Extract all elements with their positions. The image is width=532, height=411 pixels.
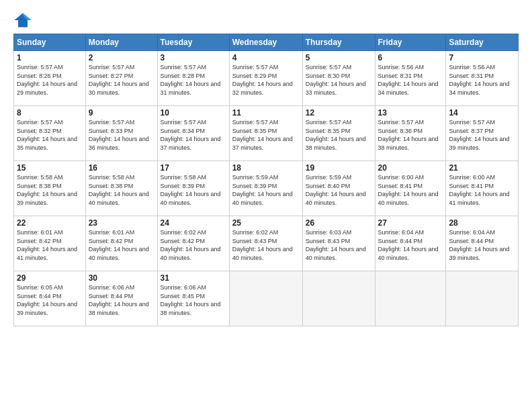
day-number: 1 — [17, 53, 83, 62]
day-number: 25 — [232, 218, 300, 228]
weekday-header-thursday: Thursday — [302, 34, 375, 51]
calendar-cell: 10Sunrise: 5:57 AM Sunset: 8:34 PM Dayli… — [157, 106, 229, 161]
day-info: Sunrise: 5:59 AM Sunset: 8:40 PM Dayligh… — [306, 173, 372, 207]
day-number: 8 — [17, 108, 83, 118]
calendar-cell: 13Sunrise: 5:57 AM Sunset: 8:36 PM Dayli… — [375, 106, 446, 161]
day-info: Sunrise: 5:57 AM Sunset: 8:27 PM Dayligh… — [89, 63, 154, 97]
day-number: 17 — [161, 163, 226, 173]
day-info: Sunrise: 6:01 AM Sunset: 8:42 PM Dayligh… — [17, 228, 83, 262]
calendar-week-1: 1Sunrise: 5:57 AM Sunset: 8:26 PM Daylig… — [14, 51, 519, 106]
day-number: 2 — [89, 53, 154, 62]
day-number: 4 — [232, 53, 300, 62]
day-info: Sunrise: 5:57 AM Sunset: 8:28 PM Dayligh… — [161, 63, 226, 97]
weekday-header-tuesday: Tuesday — [157, 34, 229, 51]
day-info: Sunrise: 5:57 AM Sunset: 8:34 PM Dayligh… — [161, 118, 226, 152]
day-number: 11 — [232, 108, 300, 118]
calendar-cell: 28Sunrise: 6:04 AM Sunset: 8:44 PM Dayli… — [446, 216, 519, 271]
day-number: 7 — [449, 53, 515, 62]
day-info: Sunrise: 6:02 AM Sunset: 8:42 PM Dayligh… — [161, 228, 226, 262]
page: SundayMondayTuesdayWednesdayThursdayFrid… — [0, 0, 532, 333]
calendar-week-3: 15Sunrise: 5:58 AM Sunset: 8:38 PM Dayli… — [14, 161, 519, 216]
weekday-header-monday: Monday — [85, 34, 157, 51]
calendar-cell: 14Sunrise: 5:57 AM Sunset: 8:37 PM Dayli… — [446, 106, 519, 161]
day-info: Sunrise: 6:06 AM Sunset: 8:45 PM Dayligh… — [161, 283, 226, 317]
day-info: Sunrise: 5:57 AM Sunset: 8:26 PM Dayligh… — [17, 63, 83, 97]
day-info: Sunrise: 5:57 AM Sunset: 8:35 PM Dayligh… — [232, 118, 300, 152]
day-info: Sunrise: 6:00 AM Sunset: 8:41 PM Dayligh… — [449, 173, 515, 207]
day-info: Sunrise: 5:56 AM Sunset: 8:31 PM Dayligh… — [449, 63, 515, 97]
calendar-cell: 31Sunrise: 6:06 AM Sunset: 8:45 PM Dayli… — [157, 271, 229, 326]
calendar-cell: 20Sunrise: 6:00 AM Sunset: 8:41 PM Dayli… — [375, 161, 446, 216]
calendar-cell: 9Sunrise: 5:57 AM Sunset: 8:33 PM Daylig… — [85, 106, 157, 161]
calendar-cell: 1Sunrise: 5:57 AM Sunset: 8:26 PM Daylig… — [14, 51, 86, 106]
day-info: Sunrise: 5:59 AM Sunset: 8:39 PM Dayligh… — [232, 173, 300, 207]
day-number: 23 — [89, 218, 154, 228]
weekday-header-friday: Friday — [375, 34, 446, 51]
day-number: 30 — [89, 273, 154, 283]
day-info: Sunrise: 5:57 AM Sunset: 8:30 PM Dayligh… — [306, 63, 372, 97]
calendar-cell — [375, 271, 446, 326]
day-info: Sunrise: 6:02 AM Sunset: 8:43 PM Dayligh… — [232, 228, 300, 262]
calendar-cell: 7Sunrise: 5:56 AM Sunset: 8:31 PM Daylig… — [446, 51, 519, 106]
calendar-week-5: 29Sunrise: 6:05 AM Sunset: 8:44 PM Dayli… — [14, 271, 519, 326]
day-number: 9 — [89, 108, 154, 118]
day-number: 22 — [17, 218, 83, 228]
day-info: Sunrise: 5:57 AM Sunset: 8:33 PM Dayligh… — [89, 118, 154, 152]
day-number: 29 — [17, 273, 83, 283]
calendar-cell: 29Sunrise: 6:05 AM Sunset: 8:44 PM Dayli… — [14, 271, 86, 326]
calendar-cell: 8Sunrise: 5:57 AM Sunset: 8:32 PM Daylig… — [14, 106, 86, 161]
weekday-header-sunday: Sunday — [14, 34, 86, 51]
calendar-cell: 12Sunrise: 5:57 AM Sunset: 8:35 PM Dayli… — [302, 106, 375, 161]
day-info: Sunrise: 5:58 AM Sunset: 8:38 PM Dayligh… — [17, 173, 83, 207]
calendar-cell: 24Sunrise: 6:02 AM Sunset: 8:42 PM Dayli… — [157, 216, 229, 271]
day-number: 14 — [449, 108, 515, 118]
day-info: Sunrise: 5:57 AM Sunset: 8:37 PM Dayligh… — [449, 118, 515, 152]
calendar-cell: 25Sunrise: 6:02 AM Sunset: 8:43 PM Dayli… — [229, 216, 302, 271]
calendar-cell: 21Sunrise: 6:00 AM Sunset: 8:41 PM Dayli… — [446, 161, 519, 216]
calendar-cell: 30Sunrise: 6:06 AM Sunset: 8:44 PM Dayli… — [85, 271, 157, 326]
calendar-cell: 22Sunrise: 6:01 AM Sunset: 8:42 PM Dayli… — [14, 216, 86, 271]
day-number: 6 — [378, 53, 443, 62]
day-info: Sunrise: 5:57 AM Sunset: 8:36 PM Dayligh… — [378, 118, 443, 152]
day-number: 12 — [306, 108, 372, 118]
calendar-cell: 4Sunrise: 5:57 AM Sunset: 8:29 PM Daylig… — [229, 51, 302, 106]
calendar-cell: 18Sunrise: 5:59 AM Sunset: 8:39 PM Dayli… — [229, 161, 302, 216]
day-number: 10 — [161, 108, 226, 118]
calendar-cell — [229, 271, 302, 326]
day-info: Sunrise: 5:57 AM Sunset: 8:32 PM Dayligh… — [17, 118, 83, 152]
day-info: Sunrise: 6:01 AM Sunset: 8:42 PM Dayligh… — [89, 228, 154, 262]
calendar-cell: 5Sunrise: 5:57 AM Sunset: 8:30 PM Daylig… — [302, 51, 375, 106]
day-info: Sunrise: 6:05 AM Sunset: 8:44 PM Dayligh… — [17, 283, 83, 317]
calendar-table: SundayMondayTuesdayWednesdayThursdayFrid… — [13, 34, 519, 326]
calendar-cell: 27Sunrise: 6:04 AM Sunset: 8:44 PM Dayli… — [375, 216, 446, 271]
day-info: Sunrise: 5:58 AM Sunset: 8:39 PM Dayligh… — [161, 173, 226, 207]
day-number: 27 — [378, 218, 443, 228]
day-info: Sunrise: 5:57 AM Sunset: 8:29 PM Dayligh… — [232, 63, 300, 97]
day-info: Sunrise: 6:06 AM Sunset: 8:44 PM Dayligh… — [89, 283, 154, 317]
day-number: 18 — [232, 163, 300, 173]
day-number: 16 — [89, 163, 154, 173]
day-number: 28 — [449, 218, 515, 228]
logo — [13, 11, 35, 30]
day-info: Sunrise: 6:04 AM Sunset: 8:44 PM Dayligh… — [378, 228, 443, 262]
weekday-header-saturday: Saturday — [446, 34, 519, 51]
weekday-header-wednesday: Wednesday — [229, 34, 302, 51]
day-info: Sunrise: 5:56 AM Sunset: 8:31 PM Dayligh… — [378, 63, 443, 97]
day-number: 31 — [161, 273, 226, 283]
calendar-cell: 19Sunrise: 5:59 AM Sunset: 8:40 PM Dayli… — [302, 161, 375, 216]
calendar-cell: 3Sunrise: 5:57 AM Sunset: 8:28 PM Daylig… — [157, 51, 229, 106]
calendar-week-2: 8Sunrise: 5:57 AM Sunset: 8:32 PM Daylig… — [14, 106, 519, 161]
day-number: 26 — [306, 218, 372, 228]
day-info: Sunrise: 6:04 AM Sunset: 8:44 PM Dayligh… — [449, 228, 515, 262]
day-info: Sunrise: 5:57 AM Sunset: 8:35 PM Dayligh… — [306, 118, 372, 152]
calendar-cell: 26Sunrise: 6:03 AM Sunset: 8:43 PM Dayli… — [302, 216, 375, 271]
calendar-cell: 11Sunrise: 5:57 AM Sunset: 8:35 PM Dayli… — [229, 106, 302, 161]
calendar-cell — [446, 271, 519, 326]
calendar-week-4: 22Sunrise: 6:01 AM Sunset: 8:42 PM Dayli… — [14, 216, 519, 271]
calendar-cell: 17Sunrise: 5:58 AM Sunset: 8:39 PM Dayli… — [157, 161, 229, 216]
calendar-cell: 16Sunrise: 5:58 AM Sunset: 8:38 PM Dayli… — [85, 161, 157, 216]
day-number: 24 — [161, 218, 226, 228]
header — [13, 11, 519, 30]
day-number: 15 — [17, 163, 83, 173]
day-number: 19 — [306, 163, 372, 173]
